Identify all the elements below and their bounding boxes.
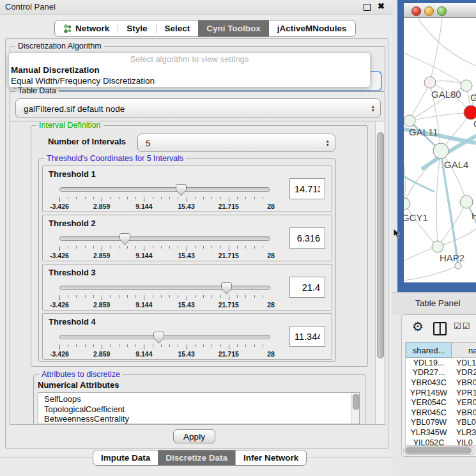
control-panel-title: Control Panel [5,2,56,12]
table-row[interactable]: YLR345WYLR3 [406,427,476,438]
table-row[interactable]: YBL079WYBL0 [406,418,476,428]
table-horizontal-scrollbar[interactable] [403,446,475,455]
algorithm-option-manual[interactable]: Manual Discretization [9,65,370,75]
tick-label: 15.43 [178,350,194,358]
table-body: YDL19...YDL1YDR27...YDR2YBR043CYBR0YPR14… [406,358,476,446]
cyni-toolbox-panel: Discretization Algorithm Table Data galF… [5,38,388,449]
tick-label: 2.859 [93,203,110,210]
network-graph: GAL80GACGAL11GAL4GCY1HHAP2 [404,18,476,282]
table-cell: YER0 [452,398,476,407]
table-row[interactable]: YIL052CYIL0 [406,438,476,446]
algorithm-option-equal-width[interactable]: Equal Width/Frequency Discretization [9,75,370,86]
threshold-value-input[interactable] [289,277,325,298]
table-cell: YDL1 [452,358,476,367]
slider-tick-labels: -3.4262.8599.14415.4321.71528 [59,252,271,260]
table-row[interactable]: YDL19...YDL1 [406,358,476,368]
network-node[interactable] [455,263,461,269]
threshold-value-input[interactable] [289,326,325,347]
tick-label: -3.426 [50,350,69,358]
tick-label: 28 [267,301,275,309]
threshold-slider[interactable] [59,282,270,295]
table-row[interactable]: YBR043CYBR0 [406,378,476,388]
close-icon[interactable]: ✖ [378,1,385,11]
attributes-scrollbar-thumb[interactable] [353,394,359,410]
minimize-traffic-light[interactable] [424,6,434,16]
table-data-group: Table Data galFiltered.sif default node … [10,91,385,123]
number-of-intervals-combobox[interactable]: 5 ▲ ▼ [137,134,335,152]
threshold-value-input[interactable] [289,178,325,199]
tab-jactivemnodules[interactable]: jActiveMNodules [269,20,355,36]
tick-label: -3.426 [50,301,69,309]
numerical-attributes-heading: Numerical Attributes [38,380,119,390]
slider-thumb[interactable] [221,282,232,295]
tab-discretize-data[interactable]: Discretize Data [158,450,235,465]
threshold-slider[interactable] [59,332,270,344]
table-cell: YPR145W [406,388,452,397]
float-window-icon[interactable] [364,4,371,11]
network-node-label: HAP2 [440,252,464,263]
table-cell: YDR2 [452,368,476,377]
network-node-label: GAL80 [431,89,461,100]
network-node-gcy1[interactable] [404,198,410,210]
slider-thumb[interactable] [153,332,164,344]
table-data-combobox[interactable]: galFiltered.sif default node ▲ ▼ [15,98,381,118]
tick-label: 21.715 [219,252,239,259]
threshold-slider[interactable] [59,233,270,246]
tick-label: 9.144 [135,203,152,210]
tab-style[interactable]: Style [118,20,155,36]
combobox-spinner-icon[interactable]: ▲ ▼ [326,139,330,147]
slider-thumb[interactable] [176,184,187,196]
combobox-spinner-icon[interactable]: ▲ ▼ [371,105,375,112]
network-canvas[interactable]: GAL80GACGAL11GAL4GCY1HHAP2 [404,18,476,282]
numerical-attributes-list[interactable]: SelfLoopsTopologicalCoefficientBetweenne… [38,392,360,424]
zoom-traffic-light[interactable] [437,6,447,16]
threshold-slider[interactable] [59,184,270,197]
apply-button[interactable]: Apply [173,429,215,443]
number-of-intervals-label: Number of Intervals [48,137,126,146]
tab-impute-data[interactable]: Impute Data [93,450,158,465]
table-row[interactable]: YPR145WYPR1 [406,388,476,398]
threshold-label: Threshold 2 [49,219,96,228]
tick-label: 9.144 [135,301,152,309]
table-header-row: shared...na [406,342,476,358]
threshold-label: Threshold 3 [49,268,96,277]
network-node-gal4[interactable] [433,143,449,158]
control-panel-tabs: NetworkStyleSelectCyni ToolboxjActiveMNo… [54,20,356,37]
network-node-h[interactable] [460,196,473,208]
attribute-list-item[interactable]: SelfLoops [44,394,350,404]
column-header-na[interactable]: na [452,342,476,358]
table-horizontal-scrollbar-thumb[interactable] [405,447,472,454]
table-panel: ⚙ ☑☑ shared...na YDL19...YDL1YDR27...YDR… [401,314,476,457]
table-row[interactable]: YBR045CYBR0 [406,408,476,418]
control-panel-titlebar: Control Panel ✖ [0,0,392,15]
select-columns-icon[interactable]: ☑☑ [454,321,471,331]
network-node-gal11[interactable] [404,115,415,127]
attributes-scrollbar[interactable] [351,393,359,424]
pane-scrollbar-thumb[interactable] [377,132,384,358]
tab-cyni-toolbox[interactable]: Cyni Toolbox [198,20,269,36]
attribute-list-item[interactable]: TopologicalCoefficient [44,404,350,415]
attribute-list-item[interactable]: BetweennessCentrality [44,414,350,424]
threshold-label: Threshold 1 [49,169,96,179]
table-cell: YIL0 [452,438,476,446]
network-node-gal80[interactable] [424,77,436,88]
tab-network[interactable]: Network [55,20,118,36]
table-row[interactable]: YER054CYER0 [406,397,476,408]
close-traffic-light[interactable] [411,6,421,16]
pane-scrollbar[interactable] [375,121,385,424]
table-cell: YBL079W [406,418,452,427]
table-row[interactable]: YDR27...YDR2 [406,368,476,378]
gear-icon[interactable]: ⚙ [412,319,424,334]
tick-label: 28 [267,203,275,210]
tick-label: -3.426 [50,203,69,210]
slider-thumb[interactable] [119,233,130,245]
tab-select[interactable]: Select [157,20,199,36]
tab-infer-network[interactable]: Infer Network [235,450,306,465]
network-node-c[interactable] [464,105,476,119]
network-node-label: C [473,118,476,129]
network-node-hap2[interactable] [432,241,443,252]
split-panel-icon[interactable] [433,322,447,335]
threshold-value-input[interactable] [289,227,325,249]
network-node-ga[interactable] [461,80,472,91]
column-header-shared[interactable]: shared... [406,342,452,358]
